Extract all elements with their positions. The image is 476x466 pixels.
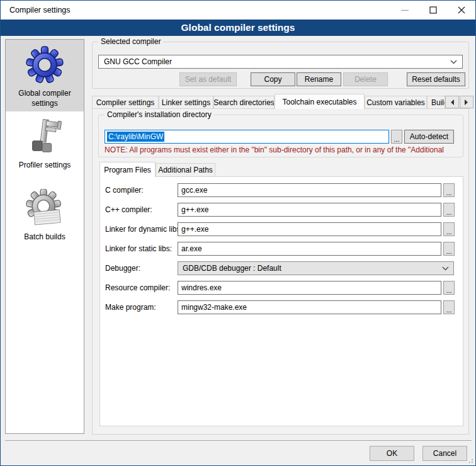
- tab-scroll-left-button[interactable]: [445, 96, 459, 108]
- installation-directory-value: C:\raylib\MinGW: [107, 132, 164, 142]
- make-program-label: Make program:: [105, 300, 186, 314]
- field-row-linker-static: Linker for static libs: ...: [1, 242, 475, 256]
- subtab-additional-paths[interactable]: Additional Paths: [156, 163, 215, 177]
- linker-static-input[interactable]: [178, 242, 441, 256]
- linker-static-browse-button[interactable]: ...: [443, 242, 455, 256]
- field-row-make-program: Make program: ...: [1, 300, 475, 314]
- window-title: Compiler settings: [9, 6, 71, 14]
- sidebar-item-global-compiler-settings[interactable]: Global compiler settings: [6, 40, 84, 111]
- tab-build-options-clipped[interactable]: Build: [427, 96, 445, 109]
- sidebar-item-label: Global compiler settings: [6, 89, 84, 108]
- rename-button[interactable]: Rename: [297, 72, 341, 86]
- compiler-settings-dialog: Compiler settings Global compiler settin…: [0, 0, 476, 466]
- tab-compiler-settings[interactable]: Compiler settings: [92, 96, 159, 109]
- tab-custom-variables[interactable]: Custom variables: [365, 96, 427, 109]
- selected-compiler-legend: Selected compiler: [98, 37, 163, 46]
- resource-compiler-browse-button[interactable]: ...: [443, 281, 455, 295]
- close-button[interactable]: [447, 1, 475, 20]
- make-program-browse-button[interactable]: ...: [443, 300, 455, 314]
- note-text: NOTE: All programs must exist either in …: [105, 145, 465, 154]
- resize-grip[interactable]: [467, 457, 473, 463]
- field-row-linker-dynamic: Linker for dynamic libs: ...: [1, 222, 475, 236]
- delete-button[interactable]: Delete: [343, 72, 388, 86]
- resource-compiler-input[interactable]: [178, 281, 441, 295]
- field-row-cpp-compiler: C++ compiler: ...: [1, 203, 475, 217]
- reset-defaults-button[interactable]: Reset defaults: [407, 72, 465, 86]
- minimize-icon: [401, 9, 409, 11]
- caliper-icon: [25, 117, 64, 156]
- installation-directory-legend: Compiler's installation directory: [105, 110, 214, 119]
- banner-title: Global compiler settings: [181, 22, 295, 33]
- linker-static-label: Linker for static libs:: [105, 242, 186, 256]
- make-program-input[interactable]: [178, 300, 441, 314]
- arrow-left-icon: [450, 99, 454, 105]
- tab-search-directories[interactable]: Search directories: [213, 96, 275, 109]
- installation-directory-browse-button[interactable]: ...: [391, 130, 402, 144]
- maximize-icon: [429, 6, 437, 14]
- blue-gear-icon: [25, 45, 64, 84]
- chevron-down-icon: [450, 60, 457, 64]
- cpp-compiler-browse-button[interactable]: ...: [443, 203, 455, 217]
- close-icon: [458, 6, 465, 14]
- linker-dynamic-browse-button[interactable]: ...: [443, 222, 455, 236]
- auto-detect-button[interactable]: Auto-detect: [404, 130, 454, 144]
- copy-button[interactable]: Copy: [251, 72, 295, 86]
- caption-buttons: [390, 1, 475, 20]
- ok-button[interactable]: OK: [370, 446, 414, 461]
- tab-scroll-right-button[interactable]: [460, 96, 473, 108]
- cpp-compiler-label: C++ compiler:: [105, 203, 186, 217]
- linker-dynamic-label: Linker for dynamic libs:: [105, 222, 186, 236]
- c-compiler-label: C compiler:: [105, 183, 186, 197]
- sidebar-item-label: Profiler settings: [15, 161, 75, 171]
- tab-toolchain-executables[interactable]: Toolchain executables: [275, 94, 365, 109]
- banner: Global compiler settings: [1, 20, 475, 36]
- compiler-combobox-value: GNU GCC Compiler: [104, 57, 172, 66]
- tab-linker-settings[interactable]: Linker settings: [159, 96, 213, 109]
- installation-directory-input[interactable]: C:\raylib\MinGW: [105, 130, 389, 144]
- field-row-c-compiler: C compiler: ...: [1, 183, 475, 197]
- debugger-select[interactable]: GDB/CDB debugger : Default: [178, 261, 454, 275]
- minimize-button[interactable]: [390, 1, 419, 20]
- cpp-compiler-input[interactable]: [178, 203, 441, 217]
- cancel-button[interactable]: Cancel: [422, 446, 467, 461]
- arrow-right-icon: [465, 99, 468, 105]
- subtab-program-files[interactable]: Program Files: [99, 162, 156, 177]
- compiler-combobox[interactable]: GNU GCC Compiler: [98, 55, 463, 69]
- c-compiler-browse-button[interactable]: ...: [443, 183, 455, 197]
- debugger-label: Debugger:: [105, 261, 186, 275]
- linker-dynamic-input[interactable]: [178, 222, 441, 236]
- maximize-button[interactable]: [419, 1, 447, 20]
- c-compiler-input[interactable]: [178, 183, 441, 197]
- chevron-down-icon: [442, 266, 449, 271]
- footer-divider: [5, 440, 472, 441]
- set-as-default-button[interactable]: Set as default: [179, 72, 237, 86]
- settings-category-list: Global compiler settings Profiler settin…: [5, 39, 84, 434]
- sidebar-item-profiler-settings[interactable]: Profiler settings: [6, 111, 84, 183]
- resource-compiler-label: Resource compiler:: [105, 281, 186, 295]
- field-row-debugger: Debugger: GDB/CDB debugger : Default: [1, 261, 475, 275]
- debugger-select-value: GDB/CDB debugger : Default: [183, 264, 281, 273]
- field-row-resource-compiler: Resource compiler: ...: [1, 281, 475, 295]
